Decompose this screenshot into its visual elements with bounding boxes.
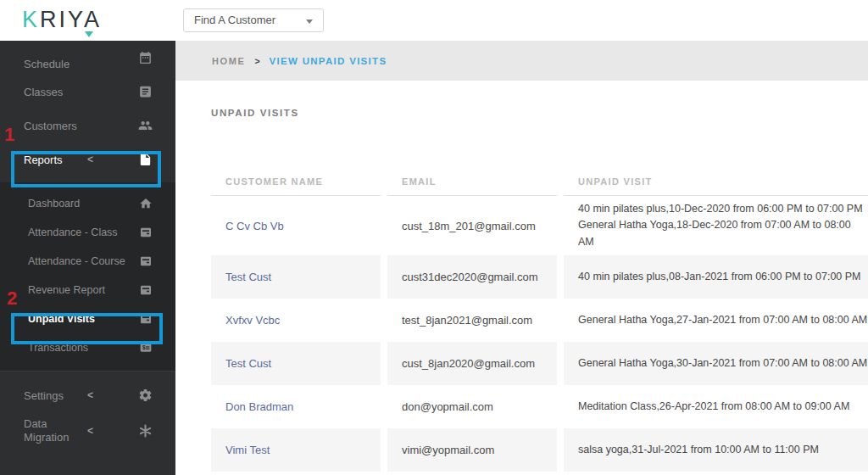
customer-name-link[interactable]: Test Cust [225, 271, 381, 283]
email-cell: don@yopmail.com [387, 385, 557, 428]
sidebar-bottom-section: Settings < Data Migration < [0, 371, 175, 450]
chevron-left-icon: < [87, 425, 93, 437]
visit-line: General Hatha Yoga,27-Jan-2021 from 07:0… [578, 312, 868, 328]
sidebar-item-label: Data Migration [24, 417, 85, 444]
table-row: Don Bradman don@yopmail.com Meditation C… [211, 385, 868, 428]
customer-name-cell: Vimi Test [211, 428, 381, 472]
main-content: HOME > VIEW UNPAID VISITS UNPAID VISITS … [175, 41, 868, 475]
visit-line: 40 min pilates plus,10-Dec-2020 from 06:… [578, 201, 868, 217]
page-title: UNPAID VISITS [211, 108, 868, 118]
column-header-email: EMAIL [387, 168, 557, 196]
sidebar-item-revenue-report[interactable]: Revenue Report [0, 276, 175, 305]
sidebar-item-label: Customers [24, 120, 77, 132]
customer-name-cell: C Cv Cb Vb [211, 196, 381, 255]
visit-line: General Hatha Yoga,30-Jan-2021 from 07:0… [578, 355, 868, 372]
customer-name-link[interactable]: Don Bradman [225, 400, 381, 413]
sidebar-item-customers[interactable]: Customers [0, 109, 175, 142]
unpaid-visit-cell: General Hatha Yoga,27-Jan-2021 from 07:0… [564, 299, 868, 342]
report-archive-icon [139, 254, 153, 268]
email-cell: cust_8jan2020@gmail.com [387, 342, 557, 385]
email-cell: cust31dec2020@gmail.com [387, 255, 557, 299]
sidebar-item-attendance-class[interactable]: Attendance - Class [0, 218, 175, 247]
visit-line: 40 min pilates plus,08-Jan-2021 from 06:… [578, 269, 868, 285]
table-row: Test Cust cust31dec2020@gmail.com 40 min… [211, 255, 868, 299]
calendar-icon [138, 51, 153, 65]
unpaid-visit-cell: 40 min pilates plus,08-Jan-2021 from 06:… [564, 255, 868, 299]
table-row: C Cv Cb Vb cust_18m_201@gmail.com 40 min… [211, 196, 868, 255]
customer-name-cell: Xvfxv Vcbc [211, 299, 381, 342]
top-header: KRIYA Find A Customer [0, 0, 868, 41]
annotation-step-1: 1 [4, 126, 14, 144]
kriya-logo[interactable]: KRIYA [22, 7, 102, 33]
table-row: Vimi Test vimi@yopmail.com salsa yoga,31… [211, 428, 868, 472]
customer-name-cell: Don Bradman [211, 385, 381, 428]
sidebar-item-label: Attendance - Class [28, 226, 118, 238]
customer-name-cell: Test Cust [211, 255, 381, 299]
sidebar-item-label: Attendance - Course [28, 255, 125, 267]
sidebar-item-schedule[interactable]: Schedule [0, 41, 175, 75]
customer-name-link[interactable]: Test Cust [225, 357, 381, 370]
customer-name-link[interactable]: Vimi Test [225, 444, 381, 456]
breadcrumb-current-page: VIEW UNPAID VISITS [270, 56, 387, 66]
email-cell: cust_18m_201@gmail.com [387, 196, 557, 255]
table-row: Xvfxv Vcbc test_8jan2021@gmail.com Gener… [211, 299, 868, 342]
column-header-customer-name: CUSTOMER NAME [211, 168, 381, 196]
annotation-box-reports [11, 151, 161, 187]
logo-letter-k: K [22, 7, 40, 32]
sidebar-item-attendance-course[interactable]: Attendance - Course [0, 247, 175, 276]
gear-icon [138, 388, 153, 403]
unpaid-visits-table: CUSTOMER NAME EMAIL UNPAID VISIT C Cv Cb… [211, 168, 868, 472]
breadcrumb-home-link[interactable]: HOME [212, 56, 245, 66]
sidebar-item-dashboard[interactable]: Dashboard [0, 189, 175, 218]
report-archive-icon [139, 226, 153, 239]
home-icon [139, 197, 153, 210]
sidebar: Schedule Classes Customers Reports < [0, 41, 175, 475]
email-cell: test_8jan2021@gmail.com [387, 299, 557, 342]
find-customer-value: Find A Customer [194, 14, 275, 26]
app-window: KRIYA Find A Customer Schedule Classes C… [0, 0, 868, 475]
find-customer-dropdown[interactable]: Find A Customer [183, 8, 324, 32]
asterisk-icon [138, 424, 153, 439]
annotation-step-2: 2 [7, 289, 17, 308]
customer-name-link[interactable]: C Cv Cb Vb [225, 220, 381, 232]
sidebar-item-data-migration[interactable]: Data Migration < [0, 412, 175, 450]
customer-name-link[interactable]: Xvfxv Vcbc [225, 314, 381, 327]
sidebar-item-settings[interactable]: Settings < [0, 378, 175, 412]
sidebar-item-label: Revenue Report [28, 284, 105, 296]
breadcrumb: HOME > VIEW UNPAID VISITS [175, 41, 868, 81]
people-icon [138, 119, 153, 133]
sidebar-item-label: Classes [24, 86, 63, 98]
email-cell: vimi@yopmail.com [387, 428, 557, 472]
sidebar-item-label: Dashboard [28, 198, 80, 210]
unpaid-visit-cell: salsa yoga,31-Jul-2021 from 10:00 AM to … [564, 428, 868, 472]
annotation-box-unpaid-visits [11, 313, 163, 344]
sidebar-item-label: Settings [24, 389, 64, 402]
sidebar-item-classes[interactable]: Classes [0, 75, 175, 109]
unpaid-visit-cell: 40 min pilates plus,10-Dec-2020 from 06:… [564, 196, 868, 255]
logo-letters-riya: RIYA [40, 7, 102, 32]
visit-line: Meditation Class,26-Apr-2021 from 08:00 … [578, 399, 868, 415]
unpaid-visit-cell: General Hatha Yoga,30-Jan-2021 from 07:0… [564, 342, 868, 385]
table-header-row: CUSTOMER NAME EMAIL UNPAID VISIT [211, 168, 868, 196]
chevron-right-icon: > [254, 56, 259, 66]
table-row: Test Cust cust_8jan2020@gmail.com Genera… [211, 342, 868, 385]
chevron-down-icon [306, 20, 313, 24]
svg-text:$: $ [142, 344, 146, 351]
visit-line: General Hatha Yoga,18-Dec-2020 from 07:0… [578, 217, 868, 250]
sidebar-item-label: Schedule [24, 58, 70, 70]
customer-name-cell: Test Cust [211, 342, 381, 385]
list-icon [138, 85, 153, 99]
column-header-unpaid-visit: UNPAID VISIT [564, 168, 868, 196]
chevron-left-icon: < [87, 389, 93, 401]
visit-line: salsa yoga,31-Jul-2021 from 10:00 AM to … [578, 442, 868, 458]
logo-triangle-icon [85, 31, 93, 37]
report-archive-icon [139, 283, 153, 297]
unpaid-visit-cell: Meditation Class,26-Apr-2021 from 08:00 … [564, 385, 868, 428]
